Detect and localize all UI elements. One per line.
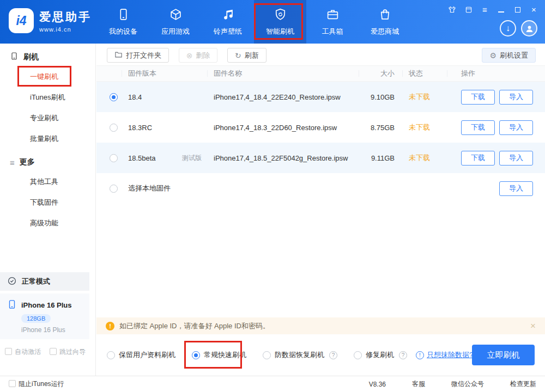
option-anti-data-recovery[interactable]: 防数据恢复刷机 ? xyxy=(263,350,337,360)
list-icon: ≡ xyxy=(10,158,15,167)
sidebar-options: 自动激活 跳过向导 xyxy=(5,347,86,357)
nav-label: 智能刷机 xyxy=(266,27,294,36)
status-bar-right: V8.36 客服 微信公众号 检查更新 xyxy=(369,379,536,389)
check-update-link[interactable]: 检查更新 xyxy=(510,379,536,389)
maximize-button[interactable] xyxy=(513,5,522,14)
sidebar-item-itunes-flash[interactable]: iTunes刷机 xyxy=(0,87,95,108)
feedback-window-icon[interactable] xyxy=(464,5,473,14)
sidebar-item-other-tools[interactable]: 其他工具 xyxy=(0,171,95,192)
option-label: 保留用户资料刷机 xyxy=(119,350,175,360)
block-itunes-label: 阻止iTunes运行 xyxy=(19,380,64,388)
nav-item-smart-flash[interactable]: 智能刷机 xyxy=(254,0,306,44)
option-repair-flash[interactable]: 修复刷机 ? xyxy=(354,350,407,360)
firmware-tag: 测试版 xyxy=(182,154,214,163)
import-button[interactable]: 导入 xyxy=(499,90,533,105)
minimize-button[interactable] xyxy=(496,5,506,14)
store-bag-icon xyxy=(378,8,392,23)
delete-button[interactable]: ⊗ 删除 xyxy=(179,48,218,63)
nav-item-toolbox[interactable]: 工具箱 xyxy=(306,0,359,44)
download-button[interactable]: 下载 xyxy=(461,120,495,135)
download-manager-icon[interactable]: ↓ xyxy=(500,20,516,36)
firmware-name: iPhone17,4_18.5_22F5042g_Restore.ipsw xyxy=(214,154,365,162)
mode-label: 正常模式 xyxy=(22,277,50,286)
checkbox-icon xyxy=(50,348,57,355)
nav-label: 工具箱 xyxy=(322,27,343,36)
brand: i4 爱思助手 www.i4.cn xyxy=(9,8,92,33)
flash-settings-button[interactable]: ⚙ 刷机设置 xyxy=(482,48,536,63)
user-avatar[interactable] xyxy=(521,20,537,36)
games-cube-icon xyxy=(169,8,183,23)
row-radio[interactable] xyxy=(110,93,118,101)
auto-activate-checkbox[interactable]: 自动激活 xyxy=(5,347,41,357)
refresh-icon: ↻ xyxy=(235,52,241,59)
row-radio[interactable] xyxy=(110,124,118,132)
device-capacity-badge: 128GB xyxy=(21,314,51,323)
theme-skin-icon[interactable] xyxy=(447,5,457,14)
firmware-row-local[interactable]: 选择本地固件 导入 xyxy=(96,173,545,204)
firmware-size: 8.75GB xyxy=(365,124,409,132)
status-badge: 未下载 xyxy=(409,123,430,131)
col-header-action: 操作 xyxy=(453,69,545,78)
main-content: 打开文件夹 ⊗ 删除 ↻ 刷新 ⚙ 刷机设置 固件版本 固件名称 大小 xyxy=(96,44,545,376)
option-radio[interactable] xyxy=(263,351,271,359)
option-keep-user-data[interactable]: 保留用户资料刷机 xyxy=(107,350,175,360)
flash-now-button[interactable]: 立即刷机 xyxy=(472,345,535,365)
sidebar-item-advanced-features[interactable]: 高级功能 xyxy=(0,213,95,234)
firmware-table: 固件版本 固件名称 大小 状态 操作 18.4 iPhone17,4_18.4_… xyxy=(96,65,545,204)
sidebar-item-pro-flash[interactable]: 专业刷机 xyxy=(0,108,95,128)
nav-item-ringtones-wallpapers[interactable]: 铃声壁纸 xyxy=(202,0,254,44)
nav-item-my-devices[interactable]: 我的设备 xyxy=(97,0,149,44)
sidebar-item-one-click-flash[interactable]: 一键刷机 xyxy=(0,66,95,87)
smart-flash-shield-icon xyxy=(274,8,287,23)
section-title: 更多 xyxy=(20,157,35,167)
warning-icon: ! xyxy=(106,322,114,330)
nav-item-apps-games[interactable]: 应用游戏 xyxy=(149,0,202,44)
nav-label: 爱思商城 xyxy=(371,27,399,36)
row-radio[interactable] xyxy=(110,154,118,162)
skip-wizard-checkbox[interactable]: 跳过向导 xyxy=(50,347,86,357)
nav-label: 铃声壁纸 xyxy=(214,27,242,36)
flash-settings-label: 刷机设置 xyxy=(500,51,528,60)
col-header-name: 固件名称 xyxy=(214,69,365,78)
firmware-row[interactable]: 18.5beta 测试版 iPhone17,4_18.5_22F5042g_Re… xyxy=(96,143,545,173)
option-radio[interactable] xyxy=(192,351,200,359)
help-icon[interactable]: ? xyxy=(329,351,337,359)
download-button[interactable]: 下载 xyxy=(461,151,495,166)
nav-item-store[interactable]: 爱思商城 xyxy=(359,0,411,44)
notice-close-icon[interactable]: × xyxy=(530,321,536,330)
firmware-table-header: 固件版本 固件名称 大小 状态 操作 xyxy=(96,65,545,82)
section-title: 刷机 xyxy=(23,52,39,62)
sidebar: 刷机 一键刷机 iTunes刷机 专业刷机 批量刷机 ≡ 更多 其他工具 下载固… xyxy=(0,44,96,376)
firmware-row[interactable]: 18.4 iPhone17,4_18.4_22E240_Restore.ipsw… xyxy=(96,82,545,112)
sidebar-item-batch-flash[interactable]: 批量刷机 xyxy=(0,128,95,149)
status-badge: 未下载 xyxy=(409,93,430,101)
support-link[interactable]: 客服 xyxy=(412,379,425,389)
firmware-version: 18.3RC xyxy=(128,124,182,132)
import-button[interactable]: 导入 xyxy=(499,181,533,196)
device-mode-bar[interactable]: 正常模式 xyxy=(0,272,89,291)
notice-text: 如已绑定 Apple ID，请准备好 Apple ID和密码。 xyxy=(119,321,270,331)
device-model: iPhone 16 Plus xyxy=(21,326,89,334)
option-radio[interactable] xyxy=(354,351,362,359)
refresh-button[interactable]: ↻ 刷新 xyxy=(227,48,267,63)
import-button[interactable]: 导入 xyxy=(499,151,533,166)
ringtone-icon xyxy=(221,8,235,23)
erase-data-link[interactable]: 只想抹除数据? xyxy=(427,350,473,360)
option-label: 修复刷机 xyxy=(366,350,394,360)
wechat-link[interactable]: 微信公众号 xyxy=(451,379,484,389)
sidebar-item-download-firmware[interactable]: 下载固件 xyxy=(0,192,95,213)
option-normal-fast-flash[interactable]: 常规快速刷机 xyxy=(192,350,246,360)
import-button[interactable]: 导入 xyxy=(499,120,533,135)
close-button[interactable]: × xyxy=(529,5,538,14)
row-radio[interactable] xyxy=(110,185,118,193)
download-button[interactable]: 下载 xyxy=(461,90,495,105)
toolbar: 打开文件夹 ⊗ 删除 ↻ 刷新 ⚙ 刷机设置 xyxy=(107,48,536,63)
device-card[interactable]: iPhone 16 Plus 128GB iPhone 16 Plus xyxy=(0,293,89,339)
block-itunes-checkbox[interactable]: 阻止iTunes运行 xyxy=(9,379,64,389)
firmware-row[interactable]: 18.3RC iPhone17,4_18.3_22D60_Restore.ips… xyxy=(96,112,545,143)
help-icon[interactable]: ? xyxy=(399,351,407,359)
open-folder-button[interactable]: 打开文件夹 xyxy=(107,48,169,63)
menu-icon[interactable]: ≡ xyxy=(480,5,489,14)
firmware-size: 9.11GB xyxy=(365,154,409,162)
option-radio[interactable] xyxy=(107,351,115,359)
